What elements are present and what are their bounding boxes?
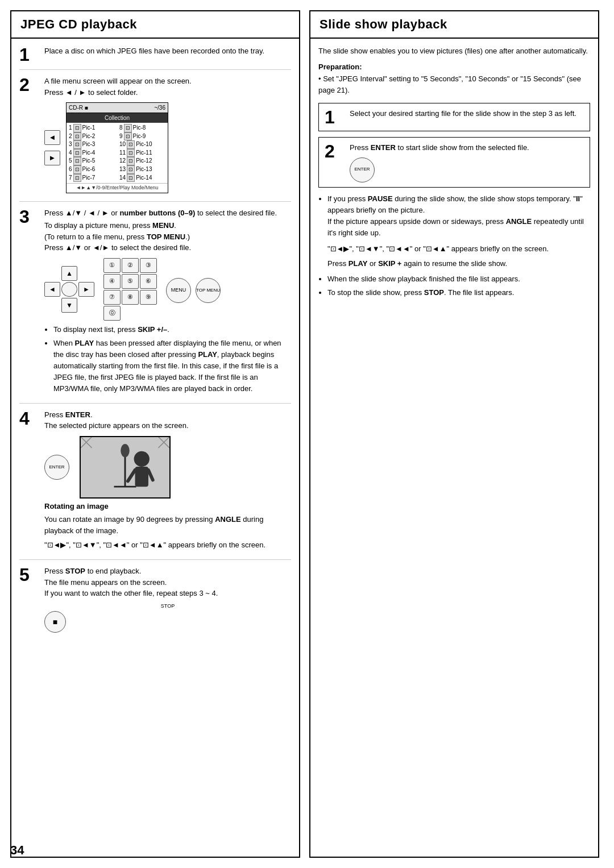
file-row: 4⊡Pic-4: [69, 149, 115, 157]
numpad-6: ⑥: [140, 274, 157, 289]
step-5-number: 5: [19, 566, 40, 584]
bullet-play: When PLAY has been pressed after display…: [53, 338, 291, 395]
numpad-9: ⑨: [140, 290, 157, 305]
file-menu-col-right: 8⊡Pic-8 9⊡Pic-9 10⊡Pic-10 11⊡Pic-11 12⊡P…: [117, 123, 168, 183]
enter-button-left: ENTER: [44, 455, 69, 480]
step-2-content: A file menu screen will appear on the sc…: [44, 76, 291, 196]
file-row: 1⊡Pic-1: [69, 124, 115, 132]
step-3-text: Press ▲/▼ / ◄ / ► or number buttons (0–9…: [44, 207, 291, 219]
top-menu-button: TOP MENU: [196, 278, 221, 303]
dpad-left: ◄: [44, 282, 60, 297]
slide-bullet-stop: To stop the slide show, press STOP. The …: [327, 287, 590, 298]
slide-bullet-pause: If you press PAUSE during the slide show…: [327, 193, 590, 239]
step-1-content: Place a disc on which JPEG files have be…: [44, 45, 291, 57]
step-5-text2: The file menu appears on the screen.: [44, 577, 291, 588]
numpad: ① ② ③ ④ ⑤ ⑥ ⑦ ⑧ ⑨ ⓪: [103, 258, 157, 321]
step-2: 2 A file menu screen will appear on the …: [19, 76, 291, 202]
bullet-skip: To display next list, press SKIP +/–.: [53, 324, 291, 335]
menu-btns: MENU TOP MENU: [166, 278, 221, 303]
numpad-7: ⑦: [103, 290, 121, 305]
step-4-text2: The selected picture appears on the scre…: [44, 420, 291, 431]
numpad-illustration: ▲ ◄ ► ▼ ① ② ③ ④: [44, 258, 291, 321]
step-4: 4 Press ENTER. The selected picture appe…: [19, 409, 291, 560]
slide-step-2-number: 2: [325, 142, 345, 160]
file-menu-box: CD-R ■ ~/36 Collection 1⊡Pic-1 2⊡Pic-2 3…: [66, 102, 168, 193]
step-3-bullets: To display next list, press SKIP +/–. Wh…: [44, 324, 291, 395]
step-3-sub2: (To return to a file menu, press TOP MEN…: [44, 231, 291, 243]
file-menu-footer: ◄►▲▼/0-9/Enter/Play Mode/Menu: [67, 183, 168, 193]
stop-button: ■: [44, 611, 66, 633]
step-3: 3 Press ▲/▼ / ◄ / ► or number buttons (0…: [19, 207, 291, 404]
step-2-text: A file menu screen will appear on the sc…: [44, 76, 291, 87]
file-row: 14⊡Pic-14: [119, 174, 165, 182]
slide-symbols: "⊡◄▶", "⊡◄▼", "⊡◄◄" or "⊡◄▲" appears bri…: [327, 242, 590, 255]
step-1: 1 Place a disc on which JPEG files have …: [19, 45, 291, 70]
rotating-label: Rotating an image: [44, 501, 291, 512]
file-row: 2⊡Pic-2: [69, 132, 115, 141]
file-row: 9⊡Pic-9: [119, 132, 165, 141]
file-menu-header-right: ~/36: [154, 103, 165, 112]
preparation-text: • Set "JPEG Interval" setting to "5 Seco…: [318, 73, 590, 96]
step-1-number: 1: [19, 45, 40, 64]
dpad-down: ▼: [61, 298, 77, 313]
step-2-text2: Press ◄ / ► to select folder.: [44, 87, 291, 98]
dpad-right: ►: [78, 282, 94, 297]
file-row: 12⊡Pic-12: [119, 157, 165, 165]
step-2-number: 2: [19, 76, 40, 94]
step-5: 5 Press STOP to end playback. The file m…: [19, 566, 291, 638]
step-4-text: Press ENTER.: [44, 409, 291, 421]
page-number: 34: [10, 843, 24, 858]
rotate-symbols: "⊡◄▶", "⊡◄▼", "⊡◄◄" or "⊡◄▲" appears bri…: [44, 538, 291, 551]
step-3-number: 3: [19, 207, 40, 226]
stop-label: STOP: [44, 603, 291, 610]
nav-arrows: ◄ ►: [44, 130, 60, 165]
numpad-5: ⑤: [122, 274, 139, 289]
file-row: 5⊡Pic-5: [69, 157, 115, 165]
file-menu-header: CD-R ■ ~/36: [67, 103, 168, 113]
step-5-content: Press STOP to end playback. The file men…: [44, 566, 291, 633]
step-4-visuals: ENTER: [44, 436, 291, 499]
numpad-4: ④: [103, 274, 121, 289]
slide-show-playback-section: Slide show playback The slide show enabl…: [309, 10, 599, 858]
step-5-text: Press STOP to end playback.: [44, 566, 291, 577]
numpad-2: ②: [122, 258, 139, 273]
person-silhouette: [81, 436, 169, 499]
slide-step-2-text: Press ENTER to start slide show from the…: [350, 142, 584, 153]
file-row: 6⊡Pic-6: [69, 165, 115, 174]
svg-point-3: [121, 444, 130, 457]
step-4-number: 4: [19, 409, 40, 427]
slide-bullets: If you press PAUSE during the slide show…: [318, 193, 590, 239]
step-1-text: Place a disc on which JPEG files have be…: [44, 47, 264, 55]
step-5-text3: If you want to watch the other file, rep…: [44, 588, 291, 599]
step-4-content: Press ENTER. The selected picture appear…: [44, 409, 291, 554]
left-arrow-btn: ◄: [44, 130, 60, 145]
slide-resume-text: Press PLAY or SKIP + again to resume the…: [327, 258, 590, 269]
file-menu-rows: 1⊡Pic-1 2⊡Pic-2 3⊡Pic-3 4⊡Pic-4 5⊡Pic-5 …: [67, 123, 168, 183]
file-menu-illustration: ◄ ► CD-R ■ ~/36 Collection: [44, 102, 291, 193]
slide-step-1-number: 1: [325, 108, 345, 126]
dpad: ▲ ◄ ► ▼: [44, 266, 94, 313]
step-3-sub3: Press ▲/▼ or ◄/► to select the desired f…: [44, 242, 291, 254]
enter-button-right: ENTER: [350, 157, 375, 182]
file-row: 10⊡Pic-10: [119, 140, 165, 149]
file-menu-col-left: 1⊡Pic-1 2⊡Pic-2 3⊡Pic-3 4⊡Pic-4 5⊡Pic-5 …: [67, 123, 117, 183]
numpad-3: ③: [140, 258, 157, 273]
menu-button: MENU: [166, 278, 191, 303]
left-section-title: JPEG CD playback: [11, 11, 299, 39]
file-row: 7⊡Pic-7: [69, 174, 115, 182]
slide-bullet-finished: When the slide show playback finished th…: [327, 273, 590, 285]
dpad-up: ▲: [61, 266, 77, 281]
file-row: 11⊡Pic-11: [119, 149, 165, 157]
picture-box: [80, 436, 171, 499]
slide-step-1-content: Select your desired starting file for th…: [350, 108, 584, 119]
slide-step-2-content: Press ENTER to start slide show from the…: [350, 142, 584, 182]
right-arrow-btn: ►: [44, 151, 60, 165]
stop-btn-wrap: STOP ■: [44, 603, 291, 633]
numpad-1: ①: [103, 258, 121, 273]
right-section-title: Slide show playback: [310, 11, 598, 39]
dpad-center: [61, 282, 77, 297]
preparation-label: Preparation:: [318, 63, 590, 71]
slide-step-2: 2 Press ENTER to start slide show from t…: [318, 137, 590, 187]
slide-intro: The slide show enables you to view pictu…: [318, 45, 590, 57]
file-row: 8⊡Pic-8: [119, 124, 165, 132]
